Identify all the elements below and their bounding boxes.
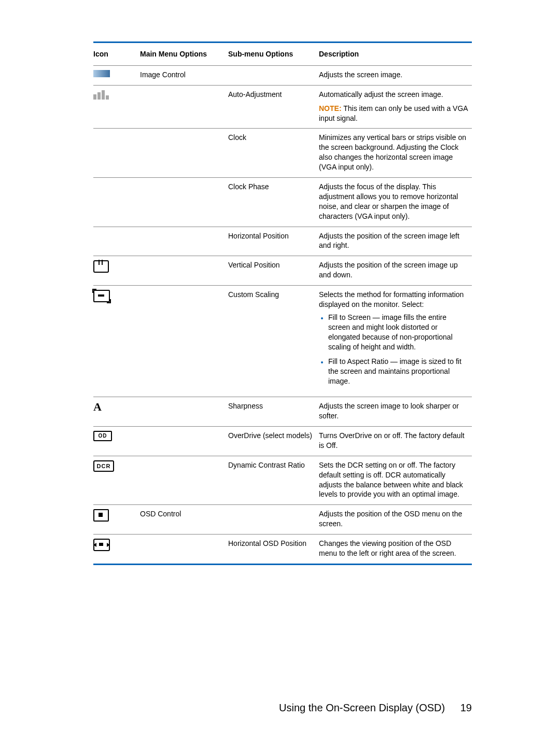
cell-sub-menu: Sharpness — [228, 397, 319, 427]
table-row: Auto-AdjustmentAutomatically adjust the … — [93, 85, 472, 129]
horizontal-osd-position-icon — [93, 539, 110, 551]
cell-icon: DCR — [93, 456, 140, 505]
cell-sub-menu: OverDrive (select models) — [228, 426, 319, 456]
cell-description: Turns OverDrive on or off. The factory d… — [319, 426, 472, 456]
table-row: Clock PhaseAdjusts the focus of the disp… — [93, 178, 472, 227]
note-label: NOTE: — [319, 104, 342, 113]
description-text: Changes the viewing position of the OSD … — [319, 539, 456, 557]
footer-section-title: Using the On-Screen Display (OSD) — [279, 702, 445, 713]
description-note: NOTE: This item can only be used with a … — [319, 104, 469, 123]
cell-icon — [93, 535, 140, 565]
cell-icon — [93, 227, 140, 256]
osd-menu-table: Icon Main Menu Options Sub-menu Options … — [93, 41, 472, 565]
cell-icon — [93, 85, 140, 129]
description-text: Adjusts the position of the screen image… — [319, 261, 458, 279]
sharpness-icon: A — [93, 401, 108, 413]
cell-description: Selects the method for formatting inform… — [319, 286, 472, 397]
description-text: Sets the DCR setting on or off. The fact… — [319, 461, 463, 499]
table-row: ODOverDrive (select models)Turns OverDri… — [93, 426, 472, 456]
cell-main-menu — [140, 535, 228, 565]
header-icon: Icon — [93, 43, 140, 66]
table-row: Vertical PositionAdjusts the position of… — [93, 256, 472, 286]
header-desc: Description — [319, 43, 472, 66]
table-row: OSD ControlAdjusts the position of the O… — [93, 505, 472, 535]
cell-description: Adjusts the position of the screen image… — [319, 256, 472, 286]
description-text: Automatically adjust the screen image. — [319, 90, 443, 99]
cell-sub-menu: Horizontal OSD Position — [228, 535, 319, 565]
cell-sub-menu: Horizontal Position — [228, 227, 319, 256]
cell-main-menu — [140, 129, 228, 178]
table-row: Image ControlAdjusts the screen image. — [93, 65, 472, 85]
cell-sub-menu: Clock — [228, 129, 319, 178]
table-row: ClockMinimizes any vertical bars or stri… — [93, 129, 472, 178]
table-row: DCRDynamic Contrast RatioSets the DCR se… — [93, 456, 472, 505]
list-item: Fill to Screen — image fills the entire … — [328, 313, 469, 352]
header-main: Main Menu Options — [140, 43, 228, 66]
osd-control-icon — [93, 509, 109, 522]
cell-main-menu — [140, 178, 228, 227]
description-text: Minimizes any vertical bars or strips vi… — [319, 133, 466, 171]
cell-main-menu: Image Control — [140, 65, 228, 85]
cell-main-menu: OSD Control — [140, 505, 228, 535]
cell-main-menu — [140, 227, 228, 256]
cell-main-menu — [140, 426, 228, 456]
table-row: ASharpnessAdjusts the screen image to lo… — [93, 397, 472, 427]
cell-icon — [93, 256, 140, 286]
table-row: Horizontal OSD PositionChanges the viewi… — [93, 535, 472, 565]
list-item: Fill to Aspect Ratio — image is sized to… — [328, 357, 469, 386]
cell-icon — [93, 505, 140, 535]
custom-scaling-icon — [93, 290, 110, 302]
description-text: Adjusts the focus of the display. This a… — [319, 182, 458, 220]
cell-sub-menu — [228, 505, 319, 535]
description-text: Adjusts the screen image to look sharper… — [319, 402, 459, 420]
cell-icon — [93, 178, 140, 227]
cell-icon: OD — [93, 426, 140, 456]
page-footer: Using the On-Screen Display (OSD) 19 — [279, 702, 472, 714]
description-text: Selects the method for formatting inform… — [319, 290, 464, 308]
auto-adjustment-icon — [93, 90, 110, 99]
cell-description: Changes the viewing position of the OSD … — [319, 535, 472, 565]
description-text: Adjusts the screen image. — [319, 71, 402, 79]
overdrive-icon: OD — [93, 431, 112, 441]
cell-description: Automatically adjust the screen image.NO… — [319, 85, 472, 129]
cell-icon — [93, 286, 140, 397]
cell-sub-menu: Dynamic Contrast Ratio — [228, 456, 319, 505]
description-text: Adjusts the position of the screen image… — [319, 232, 459, 250]
note-text: This item can only be used with a VGA in… — [319, 104, 468, 122]
cell-icon: A — [93, 397, 140, 427]
cell-description: Adjusts the focus of the display. This a… — [319, 178, 472, 227]
cell-icon — [93, 129, 140, 178]
cell-description: Sets the DCR setting on or off. The fact… — [319, 456, 472, 505]
cell-description: Adjusts the screen image to look sharper… — [319, 397, 472, 427]
vertical-position-icon — [93, 260, 109, 273]
cell-sub-menu: Vertical Position — [228, 256, 319, 286]
cell-main-menu — [140, 286, 228, 397]
image-control-icon — [93, 70, 110, 77]
description-text: Adjusts the position of the OSD menu on … — [319, 510, 462, 528]
cell-description: Adjusts the position of the screen image… — [319, 227, 472, 256]
cell-sub-menu: Custom Scaling — [228, 286, 319, 397]
table-row: Horizontal PositionAdjusts the position … — [93, 227, 472, 256]
cell-sub-menu: Auto-Adjustment — [228, 85, 319, 129]
cell-main-menu — [140, 256, 228, 286]
dcr-icon: DCR — [93, 460, 114, 472]
footer-page-number: 19 — [460, 702, 472, 714]
table-header-row: Icon Main Menu Options Sub-menu Options … — [93, 43, 472, 66]
cell-icon — [93, 65, 140, 85]
cell-sub-menu — [228, 65, 319, 85]
table-row: Custom ScalingSelects the method for for… — [93, 286, 472, 397]
header-sub: Sub-menu Options — [228, 43, 319, 66]
cell-sub-menu: Clock Phase — [228, 178, 319, 227]
cell-description: Adjusts the position of the OSD menu on … — [319, 505, 472, 535]
description-text: Turns OverDrive on or off. The factory d… — [319, 431, 465, 449]
cell-description: Minimizes any vertical bars or strips vi… — [319, 129, 472, 178]
cell-main-menu — [140, 397, 228, 427]
cell-main-menu — [140, 456, 228, 505]
description-bullets: Fill to Screen — image fills the entire … — [319, 313, 469, 386]
cell-description: Adjusts the screen image. — [319, 65, 472, 85]
cell-main-menu — [140, 85, 228, 129]
